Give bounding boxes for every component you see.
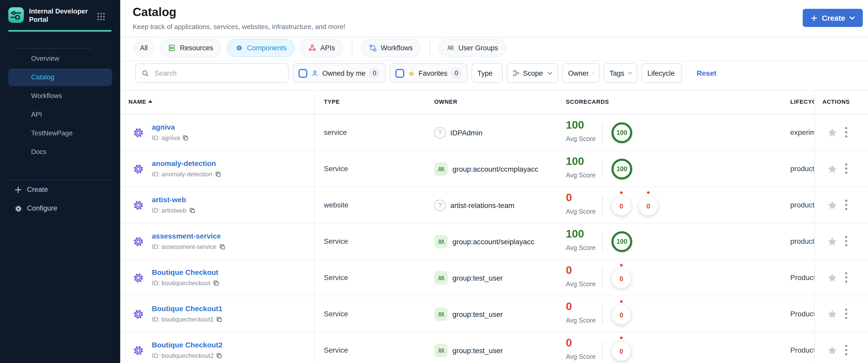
chevron-down-icon xyxy=(592,71,594,75)
column-header-scorecards[interactable]: SCORECARDS xyxy=(566,98,609,105)
favorite-star-icon[interactable] xyxy=(827,273,837,285)
sidebar-configure-button[interactable]: Configure xyxy=(0,199,120,218)
component-id: ID: boutiquecheckout2 xyxy=(152,352,223,359)
sidebar-item-docs[interactable]: Docs xyxy=(8,143,112,161)
type-dropdown[interactable]: Type xyxy=(472,63,503,83)
column-header-name[interactable]: NAME xyxy=(128,98,153,105)
sidebar-item-catalog[interactable]: Catalog xyxy=(8,68,112,86)
sidebar-item-workflows[interactable]: Workflows xyxy=(8,87,112,105)
favorite-star-icon[interactable] xyxy=(827,345,837,358)
copy-icon[interactable] xyxy=(216,353,223,359)
divider xyxy=(13,48,91,49)
table-row: anomaly-detection ID: anomaly-detection … xyxy=(120,151,868,187)
person-icon xyxy=(311,69,319,77)
app-grid-icon[interactable] xyxy=(97,12,105,23)
favorite-star-icon[interactable] xyxy=(827,309,837,322)
lifecycle-dropdown[interactable]: Lifecycle xyxy=(642,63,682,83)
component-name-link[interactable]: artist-web xyxy=(152,195,186,204)
lifecycle-cell: production xyxy=(790,237,814,245)
component-name-link[interactable]: agniva xyxy=(152,123,175,131)
hierarchy-icon xyxy=(513,69,520,77)
favorites-checkbox[interactable] xyxy=(396,69,404,78)
tags-dropdown[interactable]: Tags xyxy=(604,63,638,83)
divider xyxy=(120,37,868,37)
avg-score-label: Avg Score xyxy=(566,172,596,179)
tab-workflows[interactable]: Workflows xyxy=(361,39,421,57)
row-menu-icon[interactable] xyxy=(845,308,847,321)
scorecard-ring: 0 xyxy=(612,305,631,325)
search-input[interactable] xyxy=(153,69,282,78)
component-name-link[interactable]: anomaly-detection xyxy=(152,159,216,168)
components-gear-icon xyxy=(235,44,243,52)
tab-user-groups[interactable]: User Groups xyxy=(438,39,506,57)
sidebar-item-overview[interactable]: Overview xyxy=(8,50,112,67)
component-name-link[interactable]: assessment-service xyxy=(152,232,221,240)
copy-icon[interactable] xyxy=(219,244,225,250)
component-id: ID: boutiquecheckout1 xyxy=(152,316,223,323)
table-row: agniva ID: agniva service ? IDPAdmin 100… xyxy=(120,115,868,151)
component-name-link[interactable]: Boutique Checkout1 xyxy=(152,304,222,313)
row-menu-icon[interactable] xyxy=(845,127,847,140)
row-menu-icon[interactable] xyxy=(845,345,847,357)
favorites-filter[interactable]: ★ Favorites 0 xyxy=(390,63,468,83)
favorite-star-icon[interactable] xyxy=(827,237,837,249)
row-menu-icon[interactable] xyxy=(845,200,847,212)
type-cell: Service xyxy=(324,273,348,281)
row-menu-icon[interactable] xyxy=(845,236,847,248)
row-menu-icon[interactable] xyxy=(845,163,847,176)
owner-dropdown[interactable]: Owner xyxy=(562,63,600,83)
create-button[interactable]: Create xyxy=(803,9,863,27)
lifecycle-cell: production xyxy=(790,201,814,209)
user-group-icon xyxy=(434,271,448,285)
column-header-owner[interactable]: OWNER xyxy=(434,98,457,105)
sidebar-item-api[interactable]: API xyxy=(8,106,112,123)
avg-score-value: 100 xyxy=(566,228,584,240)
copy-icon[interactable] xyxy=(189,207,195,214)
owned-by-me-checkbox[interactable] xyxy=(299,69,307,78)
copy-icon[interactable] xyxy=(215,171,221,177)
scorecard-ring: 100 xyxy=(612,159,632,179)
table-row: assessment-service ID: assessment-servic… xyxy=(120,223,868,260)
avg-score-label: Avg Score xyxy=(566,353,596,360)
row-menu-icon[interactable] xyxy=(845,272,847,285)
column-header-type[interactable]: TYPE xyxy=(324,98,340,105)
page-subtitle: Keep track of applications, services, we… xyxy=(133,23,345,31)
user-group-icon xyxy=(434,235,448,248)
owned-by-me-filter[interactable]: Owned by me 0 xyxy=(293,63,386,83)
favorite-star-icon[interactable] xyxy=(827,127,837,140)
type-cell: service xyxy=(324,128,347,137)
component-gear-icon xyxy=(132,235,145,250)
favorite-star-icon[interactable] xyxy=(827,164,837,176)
tab-components[interactable]: Components xyxy=(227,39,295,57)
sidebar-item-testnewpage[interactable]: TestNewPage xyxy=(8,124,112,142)
favorites-label: Favorites xyxy=(419,69,447,77)
chevron-down-icon xyxy=(548,71,553,75)
owner-cell: group:test_user xyxy=(434,260,503,296)
sort-asc-icon xyxy=(149,100,153,103)
copy-icon[interactable] xyxy=(213,280,219,286)
copy-icon[interactable] xyxy=(182,135,189,141)
component-id: ID: anomaly-detection xyxy=(152,171,221,178)
tab-apis[interactable]: APIs xyxy=(300,39,343,57)
idp-catalog-page: Internal Developer Portal Overview Catal… xyxy=(0,0,868,363)
star-icon: ★ xyxy=(408,69,415,77)
component-name-link[interactable]: Boutique Checkout2 xyxy=(152,341,222,349)
user-group-icon xyxy=(434,162,448,176)
type-cell: website xyxy=(324,201,348,209)
scorecard-ring: 0 xyxy=(612,196,631,216)
avg-score-label: Avg Score xyxy=(566,208,596,215)
sidebar-configure-label: Configure xyxy=(27,204,57,212)
reset-filters-link[interactable]: Reset xyxy=(697,69,716,77)
column-header-lifecycle[interactable]: LIFECYCLE xyxy=(790,98,814,105)
tab-all[interactable]: All xyxy=(133,39,154,57)
kind-tabs: All Resources Components APIs xyxy=(133,39,506,57)
component-name-link[interactable]: Boutique Checkout xyxy=(152,268,218,276)
favorite-star-icon[interactable] xyxy=(827,200,837,213)
scope-dropdown[interactable]: Scope xyxy=(507,63,558,83)
tab-resources[interactable]: Resources xyxy=(160,39,221,57)
copy-icon[interactable] xyxy=(216,316,223,323)
sidebar: Internal Developer Portal Overview Catal… xyxy=(0,0,120,363)
divider xyxy=(602,160,603,178)
sidebar-create-button[interactable]: Create xyxy=(0,180,120,199)
lifecycle-cell: experimental xyxy=(790,128,814,137)
